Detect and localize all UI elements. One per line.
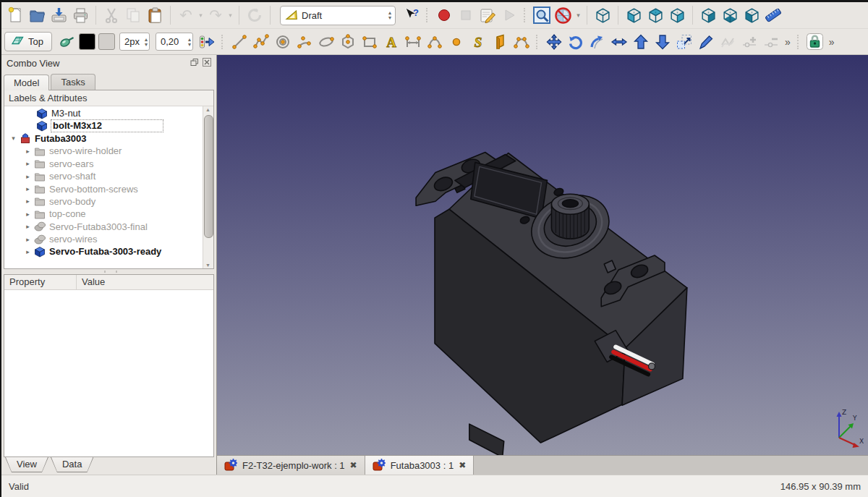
toolbar-overflow-draft-icon[interactable]: » bbox=[782, 36, 793, 48]
tab-view[interactable]: View bbox=[5, 457, 48, 472]
tree-item-top-cone[interactable]: ▸top-cone bbox=[4, 208, 213, 220]
face-color-swatch[interactable] bbox=[98, 33, 115, 50]
panel-splitter[interactable] bbox=[1, 269, 216, 274]
tree-item-bolt-m3x12[interactable]: bolt-M3x12 bbox=[4, 119, 213, 132]
draft-downgrade-button[interactable] bbox=[652, 31, 673, 53]
macro-play-button[interactable] bbox=[498, 4, 520, 26]
measure-button[interactable] bbox=[762, 4, 784, 26]
macro-edit-button[interactable] bbox=[477, 4, 498, 26]
view-right-button[interactable] bbox=[666, 4, 688, 26]
3d-view[interactable]: Z Y X bbox=[217, 55, 868, 455]
document-tab-futaba3003[interactable]: Futaba3003 : 1 ✖ bbox=[365, 456, 475, 475]
tab-data[interactable]: Data bbox=[51, 457, 93, 472]
tree-item-servo-bottom-screws[interactable]: ▸Servo-bottom-screws bbox=[4, 182, 213, 195]
whats-this-button[interactable]: ? bbox=[401, 4, 422, 26]
expander-open-icon[interactable]: ▾ bbox=[7, 135, 20, 142]
global-scale-spinbox-arrows-icon[interactable]: ▴▾ bbox=[188, 37, 191, 47]
tree-scrollbar[interactable]: ▲ ▼ bbox=[203, 106, 213, 268]
snap-lock-button[interactable] bbox=[804, 31, 826, 53]
draft-text-button[interactable]: A bbox=[380, 31, 402, 53]
apply-style-button[interactable] bbox=[196, 31, 218, 53]
view-axonometric-button[interactable] bbox=[592, 4, 613, 26]
tree-item-m3-nut[interactable]: M3-nut bbox=[4, 107, 213, 119]
tree-item-servo-futaba-3003-ready[interactable]: ▸Servo-Futaba-3003-ready bbox=[4, 245, 213, 258]
toolbar-overflow-snap-icon[interactable]: » bbox=[826, 36, 838, 48]
draft-rectangle-button[interactable] bbox=[359, 31, 380, 53]
draft-delpoint-button[interactable] bbox=[760, 31, 782, 53]
fit-all-button[interactable] bbox=[531, 4, 553, 26]
line-width-spinbox[interactable]: 2px ▴▾ bbox=[119, 33, 150, 51]
macro-stop-button[interactable] bbox=[455, 4, 477, 26]
draft-upgrade-button[interactable] bbox=[630, 31, 652, 53]
workbench-selector[interactable]: Draft ▴▾ bbox=[280, 6, 396, 25]
property-list[interactable] bbox=[4, 290, 213, 456]
document-tab-f2-t32[interactable]: F2-T32-ejemplo-work : 1 ✖ bbox=[217, 456, 365, 475]
redo-button-dropdown-icon[interactable]: ▾ bbox=[226, 12, 234, 19]
expander-closed-icon[interactable]: ▸ bbox=[22, 236, 34, 243]
open-file-button[interactable] bbox=[26, 4, 48, 26]
draft-point-button[interactable] bbox=[446, 31, 467, 53]
view-bottom-button[interactable] bbox=[719, 4, 741, 26]
tree-item-servo-body[interactable]: ▸servo-body bbox=[4, 195, 213, 208]
tree-item-servo-shaft[interactable]: ▸servo-shaft bbox=[4, 170, 213, 182]
view-left-button[interactable] bbox=[741, 4, 762, 26]
draft-shapestring-button[interactable]: S bbox=[467, 31, 489, 53]
expander-closed-icon[interactable]: ▸ bbox=[22, 223, 34, 230]
working-plane-button[interactable]: Top bbox=[4, 32, 52, 51]
draft-scale-button[interactable] bbox=[673, 31, 695, 53]
close-tab-icon[interactable]: ✖ bbox=[350, 460, 357, 470]
refresh-button[interactable] bbox=[244, 4, 265, 26]
draw-style-button[interactable] bbox=[553, 4, 574, 26]
draft-wire2bspline-button[interactable] bbox=[717, 31, 739, 53]
servo-model[interactable] bbox=[217, 55, 868, 455]
global-scale-spinbox[interactable]: 0,20 ▴▾ bbox=[156, 33, 193, 51]
expander-closed-icon[interactable]: ▸ bbox=[22, 185, 34, 192]
expander-closed-icon[interactable]: ▸ bbox=[22, 148, 34, 155]
draft-ellipse-button[interactable] bbox=[315, 31, 337, 53]
draft-dimension-button[interactable] bbox=[402, 31, 424, 53]
draft-move-button[interactable] bbox=[543, 31, 565, 53]
panel-float-icon[interactable] bbox=[190, 58, 199, 69]
tree-item-servo-futaba3003-final[interactable]: ▸Servo-Futaba3003-final bbox=[4, 221, 213, 233]
draft-wire-button[interactable] bbox=[250, 31, 272, 53]
tree-item-futaba3003[interactable]: ▾Futaba3003 bbox=[4, 132, 213, 145]
tree-scrollbar-thumb[interactable] bbox=[204, 115, 213, 238]
tree-item-servo-wires[interactable]: ▸servo-wires bbox=[4, 233, 213, 245]
save-button[interactable] bbox=[48, 4, 69, 26]
line-width-spinbox-arrows-icon[interactable]: ▴▾ bbox=[145, 37, 148, 47]
value-column-header[interactable]: Value bbox=[77, 275, 110, 289]
new-file-button[interactable] bbox=[4, 4, 26, 26]
draft-rotate-button[interactable] bbox=[565, 31, 587, 53]
expander-closed-icon[interactable]: ▸ bbox=[22, 248, 34, 255]
draft-bezier-button[interactable] bbox=[511, 31, 532, 53]
property-column-header[interactable]: Property bbox=[4, 275, 77, 289]
draft-edit-button[interactable] bbox=[695, 31, 717, 53]
construction-mode-button[interactable] bbox=[56, 31, 77, 53]
line-color-swatch[interactable] bbox=[79, 33, 95, 50]
tab-model[interactable]: Model bbox=[4, 75, 49, 90]
tree-item-servo-ears[interactable]: ▸servo-ears bbox=[4, 158, 213, 170]
print-button[interactable] bbox=[69, 4, 91, 26]
draft-offset-button[interactable] bbox=[587, 31, 608, 53]
view-rear-button[interactable] bbox=[697, 4, 719, 26]
cut-button[interactable] bbox=[101, 4, 122, 26]
draw-style-button-dropdown-icon[interactable]: ▾ bbox=[574, 12, 582, 19]
draft-addpoint-button[interactable] bbox=[739, 31, 760, 53]
scroll-down-icon[interactable]: ▼ bbox=[203, 263, 213, 268]
view-top-button[interactable] bbox=[644, 4, 666, 26]
draft-trimex-button[interactable] bbox=[608, 31, 630, 53]
close-tab-icon[interactable]: ✖ bbox=[459, 460, 466, 470]
scroll-up-icon[interactable]: ▲ bbox=[203, 107, 213, 112]
expander-closed-icon[interactable]: ▸ bbox=[22, 197, 34, 205]
draft-polygon-button[interactable] bbox=[337, 31, 359, 53]
expander-closed-icon[interactable]: ▸ bbox=[22, 211, 34, 218]
view-front-button[interactable] bbox=[623, 4, 644, 26]
draft-bspline-button[interactable] bbox=[424, 31, 446, 53]
draft-circle-button[interactable] bbox=[272, 31, 294, 53]
tree-item-servo-wire-holder[interactable]: ▸servo-wire-holder bbox=[4, 145, 213, 157]
expander-closed-icon[interactable]: ▸ bbox=[22, 173, 34, 180]
draft-facebinder-button[interactable] bbox=[489, 31, 511, 53]
copy-button[interactable] bbox=[122, 4, 144, 26]
redo-button[interactable]: ↷ bbox=[205, 4, 226, 26]
draft-arc-button[interactable] bbox=[294, 31, 315, 53]
